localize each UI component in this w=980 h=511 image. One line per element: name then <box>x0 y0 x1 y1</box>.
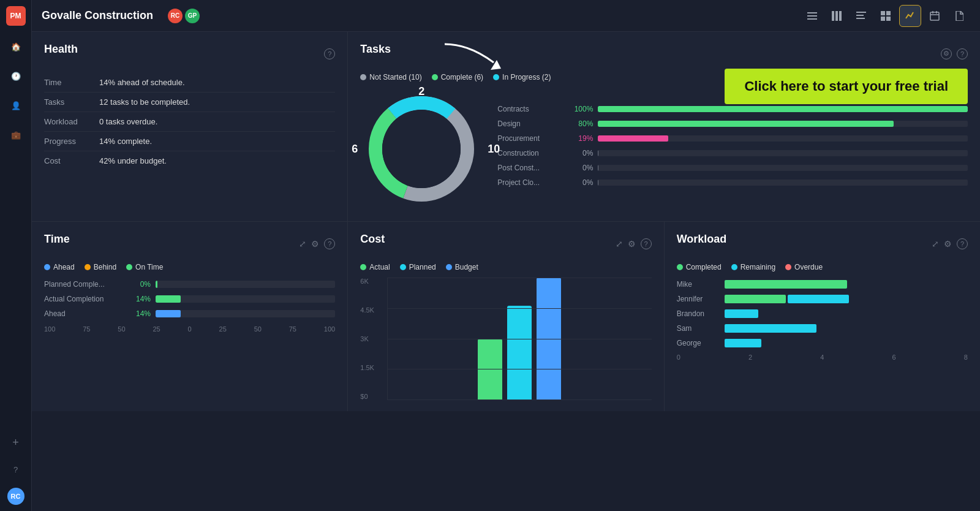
health-row-progress: Progress 14% complete. <box>44 132 335 151</box>
svg-rect-11 <box>881 17 885 21</box>
workload-panel: Workload ⤢ ⚙ ? Completed Remaining <box>665 222 980 411</box>
progress-project-close: Project Clo... 0% <box>497 178 968 187</box>
sidebar-item-users[interactable]: 👤 <box>7 97 24 114</box>
time-panel: Time ⤢ ⚙ ? Ahead Behind <box>32 222 347 411</box>
progress-construction: Construction 0% <box>497 149 968 157</box>
tasks-progress-bars: Contracts 100% Design 80% <box>497 105 968 193</box>
health-row-tasks: Tasks 12 tasks to be completed. <box>44 93 335 112</box>
donut-svg <box>360 88 483 210</box>
sidebar-item-briefcase[interactable]: 💼 <box>7 126 24 143</box>
time-legend: Ahead Behind On Time <box>44 263 335 271</box>
svg-rect-10 <box>886 11 891 15</box>
toolbar-columns-btn[interactable] <box>826 5 848 27</box>
complete-dot <box>432 74 438 80</box>
toolbar-file-btn[interactable] <box>948 5 970 27</box>
sidebar-item-clock[interactable]: 🕐 <box>7 67 24 85</box>
donut-label-left: 6 <box>352 143 358 156</box>
svg-rect-0 <box>807 12 817 13</box>
workload-panel-actions: ⤢ ⚙ ? <box>932 238 968 249</box>
tasks-panel-actions: ⚙ ? <box>941 48 968 59</box>
health-row-time: Time 14% ahead of schedule. <box>44 73 335 93</box>
legend-in-progress: In Progress (2) <box>493 73 551 81</box>
time-axis: 100 75 50 25 0 25 50 75 100 <box>44 325 335 333</box>
donut-label-top: 2 <box>418 85 424 98</box>
time-rows: Planned Comple... 0% Actual Completion 1… <box>44 280 335 318</box>
sidebar-user-avatar[interactable]: RC <box>7 488 24 505</box>
legend-planned: Planned <box>400 263 436 271</box>
sidebar: PM 🏠 🕐 👤 💼 + ? RC <box>0 0 32 511</box>
free-trial-banner[interactable]: Click here to start your free trial <box>725 69 968 104</box>
cost-panel-header: Cost ⤢ ⚙ ? <box>360 233 651 254</box>
cost-settings-btn[interactable]: ⚙ <box>628 239 636 249</box>
workload-row-brandon: Brandon <box>677 309 968 318</box>
time-title: Time <box>44 233 70 246</box>
legend-complete: Complete (6) <box>432 73 483 81</box>
cost-help-btn[interactable]: ? <box>641 238 652 249</box>
time-settings-btn[interactable]: ⚙ <box>311 239 319 249</box>
workload-help-btn[interactable]: ? <box>957 238 968 249</box>
legend-remaining: Remaining <box>731 263 775 271</box>
legend-completed: Completed <box>677 263 722 271</box>
workload-row-mike: Mike <box>677 280 968 289</box>
legend-behind: Behind <box>85 263 116 271</box>
time-help-btn[interactable]: ? <box>324 238 335 249</box>
workload-legend: Completed Remaining Overdue <box>677 263 968 271</box>
time-row-ahead: Ahead 14% <box>44 309 335 318</box>
legend-actual: Actual <box>360 263 390 271</box>
toolbar-list-btn[interactable] <box>801 5 823 27</box>
svg-point-21 <box>382 110 461 188</box>
avatar-rc[interactable]: RC <box>168 9 183 23</box>
progress-post-const: Post Const... 0% <box>497 164 968 172</box>
tasks-help-btn[interactable]: ? <box>957 48 968 59</box>
toolbar-grid-btn[interactable] <box>875 5 897 27</box>
workload-settings-btn[interactable]: ⚙ <box>944 239 952 249</box>
avatar-gp[interactable]: GP <box>185 9 200 23</box>
cost-legend: Actual Planned Budget <box>360 263 651 271</box>
health-panel: Health ? Time 14% ahead of schedule. Tas… <box>32 32 347 221</box>
health-title: Health <box>44 43 78 56</box>
workload-rows: Mike Jennifer Brandon <box>677 280 968 347</box>
svg-rect-9 <box>881 11 885 15</box>
legend-budget: Budget <box>446 263 478 271</box>
time-row-planned: Planned Comple... 0% <box>44 280 335 289</box>
cost-bar-budget <box>537 278 561 399</box>
health-help-btn[interactable]: ? <box>324 48 335 59</box>
workload-row-sam: Sam <box>677 324 968 333</box>
progress-procurement: Procurement 19% <box>497 134 968 143</box>
progress-design: Design 80% <box>497 119 968 128</box>
cost-chart-area: $0 1.5K 3K 4.5K 6K <box>360 278 651 400</box>
legend-not-started: Not Started (10) <box>360 73 421 81</box>
toolbar-chart-btn[interactable] <box>899 5 921 27</box>
svg-rect-7 <box>856 15 864 16</box>
toolbar-align-btn[interactable] <box>850 5 872 27</box>
app-logo[interactable]: PM <box>6 6 26 26</box>
workload-expand-btn[interactable]: ⤢ <box>932 239 939 249</box>
workload-title: Workload <box>677 233 727 246</box>
time-panel-header: Time ⤢ ⚙ ? <box>44 233 335 254</box>
not-started-dot <box>360 74 366 80</box>
page-title: Govalle Construction <box>42 9 153 22</box>
progress-contracts: Contracts 100% <box>497 105 968 113</box>
tasks-title: Tasks <box>360 43 391 56</box>
workload-panel-header: Workload ⤢ ⚙ ? <box>677 233 968 254</box>
cost-title: Cost <box>360 233 385 246</box>
svg-rect-3 <box>832 11 834 21</box>
sidebar-add-button[interactable]: + <box>7 434 24 451</box>
cost-expand-btn[interactable]: ⤢ <box>616 239 623 249</box>
sidebar-help-button[interactable]: ? <box>7 461 24 478</box>
workload-row-jennifer: Jennifer <box>677 295 968 303</box>
svg-rect-4 <box>835 11 838 21</box>
health-panel-header: Health ? <box>44 43 335 64</box>
sidebar-item-home[interactable]: 🏠 <box>7 38 24 55</box>
tasks-settings-btn[interactable]: ⚙ <box>941 48 952 59</box>
donut-label-right: 10 <box>488 143 500 156</box>
health-table: Time 14% ahead of schedule. Tasks 12 tas… <box>44 73 335 170</box>
toolbar-calendar-btn[interactable] <box>924 5 946 27</box>
health-row-workload: Workload 0 tasks overdue. <box>44 112 335 132</box>
svg-rect-12 <box>886 17 891 21</box>
header-avatars: RC GP <box>168 9 200 23</box>
cost-panel: Cost ⤢ ⚙ ? Actual Planned <box>348 222 663 411</box>
svg-rect-2 <box>807 18 817 20</box>
time-expand-btn[interactable]: ⤢ <box>299 239 306 249</box>
cost-y-axis: $0 1.5K 3K 4.5K 6K <box>360 278 382 400</box>
